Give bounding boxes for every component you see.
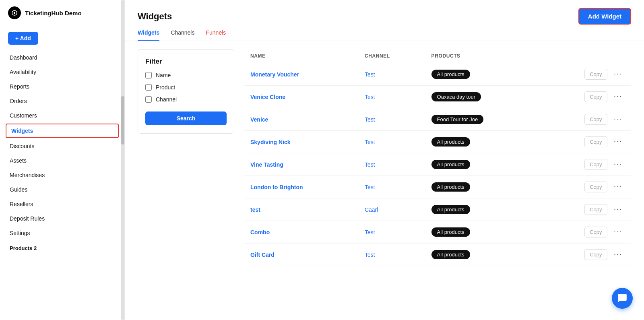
widget-product-7: All products [431,227,470,237]
sidebar-scrollbar[interactable] [121,0,124,320]
widget-channel-0[interactable]: Test [365,71,375,78]
sidebar-item-resellers[interactable]: Resellers [0,197,124,211]
more-button-0[interactable]: ··· [611,69,625,79]
tab-widgets[interactable]: Widgets [138,29,159,41]
table-row: Combo Test All products Copy ··· [244,221,631,244]
col-header-name: NAME [244,49,358,63]
main-content: Widgets Add Widget Widgets Channels Funn… [125,0,644,320]
widget-name-8[interactable]: Gift Card [250,252,275,258]
copy-button-4[interactable]: Copy [584,159,607,170]
tabs-bar: Widgets Channels Funnels [125,25,644,41]
more-button-1[interactable]: ··· [611,91,625,101]
main-header: Widgets Add Widget [125,0,644,25]
add-button[interactable]: + Add [8,32,38,45]
copy-button-0[interactable]: Copy [584,69,607,80]
more-button-3[interactable]: ··· [611,136,625,147]
table-row: Vine Tasting Test All products Copy ··· [244,153,631,176]
filter-option-name[interactable]: Name [145,72,227,78]
table-row: Monetary Voucher Test All products Copy … [244,63,631,86]
widget-channel-5[interactable]: Test [365,184,375,190]
widget-channel-6[interactable]: Caarl [365,206,378,213]
widget-channel-2[interactable]: Test [365,116,375,123]
col-header-products: PRODUCTS [425,49,539,63]
table-row: Venice Test Food Tour for Joe Copy ··· [244,108,631,131]
sidebar-item-guides[interactable]: Guides [0,182,124,197]
widgets-table-container: NAME CHANNEL PRODUCTS Monetary Voucher T… [244,49,631,312]
copy-button-1[interactable]: Copy [584,91,607,102]
filter-checkbox-product[interactable] [145,84,152,91]
filter-option-channel[interactable]: Channel [145,96,227,103]
widget-channel-7[interactable]: Test [365,229,375,235]
sidebar-item-assets[interactable]: Assets [0,153,124,168]
sidebar-item-reports[interactable]: Reports [0,79,124,94]
filter-option-product[interactable]: Product [145,84,227,91]
sidebar-item-availability[interactable]: Availability [0,65,124,79]
copy-button-5[interactable]: Copy [584,182,607,192]
chat-bubble-button[interactable] [612,288,633,309]
copy-button-8[interactable]: Copy [584,249,607,260]
search-button[interactable]: Search [145,111,227,125]
sidebar-header: TicketingHub Demo [0,0,124,26]
sidebar-item-orders[interactable]: Orders [0,94,124,108]
widget-product-1: Oaxaca day tour [431,92,481,101]
nav-section-products: Products 2 [0,240,124,253]
filter-title: Filter [145,58,227,66]
table-row: Venice Clone Test Oaxaca day tour Copy ·… [244,86,631,108]
copy-button-3[interactable]: Copy [584,136,607,147]
table-row: London to Brighton Test All products Cop… [244,176,631,198]
filter-label-name: Name [156,72,171,78]
col-header-actions [539,49,631,63]
svg-point-1 [14,12,16,14]
sidebar-item-settings[interactable]: Settings [0,226,124,240]
widget-name-2[interactable]: Venice [250,116,268,123]
tab-funnels[interactable]: Funnels [206,29,226,41]
widget-product-5: All products [431,182,470,192]
tab-channels[interactable]: Channels [171,29,194,41]
sidebar-item-discounts[interactable]: Discounts [0,139,124,153]
widgets-table: NAME CHANNEL PRODUCTS Monetary Voucher T… [244,49,631,266]
sidebar-nav: Dashboard Availability Reports Orders Cu… [0,50,124,253]
filter-checkbox-name[interactable] [145,72,152,78]
more-button-6[interactable]: ··· [611,204,625,214]
table-row: Skydiving Nick Test All products Copy ··… [244,131,631,153]
widget-product-8: All products [431,250,470,259]
widget-name-1[interactable]: Venice Clone [250,94,285,100]
widget-channel-8[interactable]: Test [365,252,375,258]
widget-channel-3[interactable]: Test [365,139,375,145]
sidebar-item-deposit-rules[interactable]: Deposit Rules [0,211,124,226]
widget-name-5[interactable]: London to Brighton [250,184,303,190]
widget-name-6[interactable]: test [250,206,260,213]
copy-button-7[interactable]: Copy [584,227,607,237]
more-button-8[interactable]: ··· [611,249,625,259]
widget-channel-1[interactable]: Test [365,94,375,100]
sidebar-scrollbar-thumb [121,96,124,145]
widget-name-3[interactable]: Skydiving Nick [250,139,291,145]
filter-checkbox-channel[interactable] [145,96,152,103]
widget-product-4: All products [431,160,470,169]
more-button-2[interactable]: ··· [611,114,625,124]
add-widget-button[interactable]: Add Widget [578,8,631,25]
sidebar-item-widgets[interactable]: Widgets [6,124,119,138]
sidebar: TicketingHub Demo + Add Dashboard Availa… [0,0,125,320]
widget-name-7[interactable]: Combo [250,229,270,235]
widget-name-0[interactable]: Monetary Voucher [250,71,299,78]
more-button-7[interactable]: ··· [611,227,625,237]
col-header-channel: CHANNEL [358,49,425,63]
more-button-5[interactable]: ··· [611,182,625,192]
sidebar-item-customers[interactable]: Customers [0,108,124,123]
table-row: test Caarl All products Copy ··· [244,198,631,221]
widget-channel-4[interactable]: Test [365,161,375,168]
copy-button-6[interactable]: Copy [584,204,607,215]
sidebar-item-merchandises[interactable]: Merchandises [0,168,124,182]
sidebar-item-dashboard[interactable]: Dashboard [0,50,124,65]
page-title: Widgets [138,11,172,22]
widget-product-3: All products [431,137,470,147]
body-layout: Filter Name Product Channel Search NAME [125,41,644,320]
copy-button-2[interactable]: Copy [584,114,607,125]
table-row: Gift Card Test All products Copy ··· [244,244,631,266]
widget-product-6: All products [431,205,470,214]
filter-label-channel: Channel [156,96,177,103]
more-button-4[interactable]: ··· [611,159,625,169]
filter-label-product: Product [156,84,175,91]
widget-name-4[interactable]: Vine Tasting [250,161,283,168]
